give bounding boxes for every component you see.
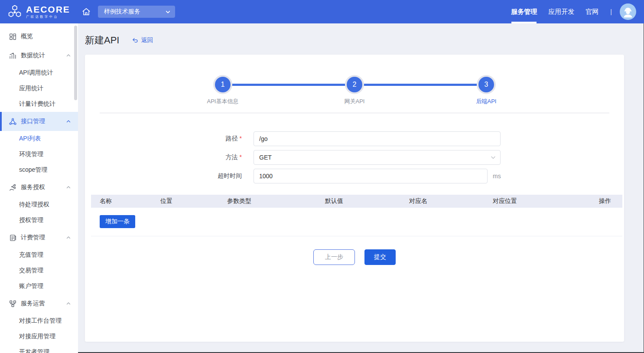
back-arrow-icon [132, 37, 139, 44]
sidebar-item-0[interactable]: 概览 [0, 27, 78, 46]
sidebar-item-label: 账户管理 [19, 282, 43, 290]
column-header-5: 对应位置 [492, 197, 592, 205]
column-header-6: 操作 [592, 197, 622, 205]
required-asterisk: * [240, 154, 242, 160]
user-avatar[interactable] [620, 3, 636, 20]
sidebar-item-label: API调用统计 [19, 69, 53, 77]
sidebar-item-16[interactable]: 服务运营 [0, 294, 78, 313]
stepper-divider [100, 113, 609, 113]
path-input-wrap [254, 131, 501, 146]
field-label: 路径* [85, 135, 242, 143]
step-2: 2网关API [347, 77, 362, 92]
sidebar-item-6[interactable]: API列表 [0, 131, 78, 147]
field-label: 方法* [85, 154, 242, 161]
step-number: 1 [215, 77, 231, 92]
workspace-select[interactable]: 样例技术服务 [98, 6, 175, 18]
sidebar-item-7[interactable]: 环境管理 [0, 147, 78, 162]
step-connector [230, 84, 347, 86]
nav-item-0[interactable]: 服务管理 [505, 0, 543, 23]
sidebar-item-label: API列表 [19, 135, 41, 143]
sidebar: 概览数据统计API调用统计应用统计计量计费统计接口管理API列表环境管理scop… [0, 23, 78, 353]
nav-item-2[interactable]: 官网 [580, 0, 604, 23]
wizard-card: 1API基本信息2网关API3后端API 路径*方法*超时时间ms 名称位置参数… [85, 55, 624, 342]
stepper: 1API基本信息2网关API3后端API [85, 71, 624, 98]
sidebar-item-label: 概览 [21, 33, 33, 40]
chevron-up-icon[interactable] [66, 185, 71, 190]
step-label: 后端API [476, 98, 497, 105]
authorize-icon [9, 183, 17, 192]
sidebar-item-1[interactable]: 数据统计 [0, 46, 78, 65]
sidebar-item-label: 计费管理 [21, 234, 45, 242]
sidebar-item-2[interactable]: API调用统计 [0, 65, 78, 81]
top-nav: 服务管理应用开发官网 [505, 0, 604, 23]
sidebar-item-13[interactable]: 充值管理 [0, 247, 78, 263]
text-input[interactable] [254, 169, 488, 183]
sidebar-item-label: 计量计费统计 [19, 100, 55, 108]
sidebar-item-label: 环境管理 [19, 150, 43, 158]
add-row-button[interactable]: 增加一条 [100, 215, 135, 228]
chevron-up-icon[interactable] [66, 301, 71, 306]
column-header-0: 名称 [91, 197, 159, 205]
sidebar-item-label: 服务运营 [21, 300, 45, 307]
sidebar-item-9[interactable]: 服务授权 [0, 178, 78, 197]
sidebar-item-15[interactable]: 账户管理 [0, 278, 78, 294]
sidebar-item-10[interactable]: 待处理授权 [0, 197, 78, 212]
sidebar-item-label: 授权管理 [19, 216, 43, 224]
step-1: 1API基本信息 [215, 77, 231, 92]
field-label: 超时时间 [85, 172, 242, 180]
method-select [254, 150, 501, 165]
sidebar-item-label: 对接工作台管理 [19, 317, 62, 325]
params-table: 名称位置参数类型默认值对应名对应位置操作 增加一条 [91, 195, 622, 236]
sidebar-item-18[interactable]: 对接应用管理 [0, 329, 78, 344]
sidebar-item-3[interactable]: 应用统计 [0, 81, 78, 96]
chevron-up-icon[interactable] [66, 235, 71, 240]
select-value-input[interactable] [254, 150, 501, 165]
sidebar-item-14[interactable]: 交易管理 [0, 263, 78, 278]
text-input[interactable] [254, 131, 501, 146]
step-3: 3后端API [478, 77, 494, 92]
sidebar-item-12[interactable]: 计费管理 [0, 228, 78, 247]
sidebar-item-label: 开发者管理 [19, 348, 49, 353]
params-table-header: 名称位置参数类型默认值对应名对应位置操作 [91, 195, 622, 208]
step-connector [362, 84, 479, 86]
back-label: 返回 [141, 36, 153, 44]
step-number: 2 [347, 77, 362, 92]
nav-item-1[interactable]: 应用开发 [543, 0, 580, 23]
sidebar-item-label: 接口管理 [21, 118, 45, 125]
sidebar-item-11[interactable]: 授权管理 [0, 212, 78, 228]
backend-api-form: 路径*方法*超时时间ms [85, 131, 624, 183]
chevron-up-icon[interactable] [66, 119, 71, 124]
sidebar-item-label: 服务授权 [21, 183, 45, 191]
prev-step-button[interactable]: 上一步 [313, 249, 355, 265]
sidebar-item-8[interactable]: scope管理 [0, 162, 78, 178]
sidebar-item-label: 交易管理 [19, 267, 43, 275]
step-label: 网关API [345, 98, 365, 105]
back-button[interactable]: 返回 [132, 36, 153, 44]
sidebar-item-label: 对接应用管理 [19, 333, 55, 340]
form-row-1: 方法* [85, 150, 624, 165]
sidebar-item-4[interactable]: 计量计费统计 [0, 96, 78, 112]
sidebar-item-5[interactable]: 接口管理 [0, 112, 78, 131]
home-icon[interactable] [81, 6, 92, 17]
brand-title: AECORE [26, 5, 70, 14]
operation-icon [9, 300, 17, 308]
column-header-4: 对应名 [408, 197, 492, 205]
form-row-0: 路径* [85, 131, 624, 146]
worker-helmet-icon [621, 6, 634, 19]
billing-icon [9, 234, 17, 242]
aecore-cube-icon [7, 4, 23, 20]
page-title: 新建API [85, 34, 119, 47]
interface-icon [9, 118, 17, 126]
form-row-2: 超时时间ms [85, 169, 624, 183]
params-table-body: 增加一条 [91, 208, 622, 236]
submit-button[interactable]: 提交 [364, 249, 396, 265]
sidebar-item-17[interactable]: 对接工作台管理 [0, 313, 78, 329]
chevron-up-icon[interactable] [66, 53, 71, 58]
sidebar-item-19[interactable]: 开发者管理 [0, 344, 78, 353]
brand-subtitle: 广联达数字中台 [26, 15, 70, 19]
required-asterisk: * [240, 135, 242, 142]
timeout-input-wrap [254, 169, 488, 183]
step-label: API基本信息 [207, 98, 239, 105]
workspace-select-value: 样例技术服务 [104, 8, 165, 16]
overview-icon [9, 33, 17, 41]
